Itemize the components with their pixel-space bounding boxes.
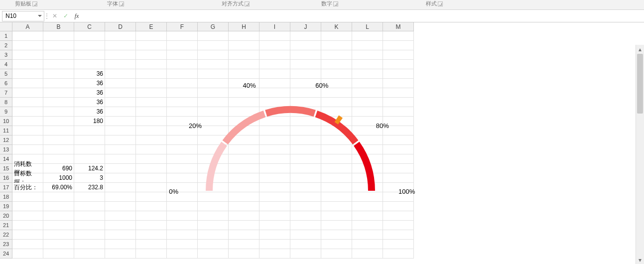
- column-header-H[interactable]: H: [229, 22, 259, 31]
- cell-F24[interactable]: [167, 249, 198, 259]
- cell-H11[interactable]: [229, 126, 259, 135]
- row-header-16[interactable]: 16: [0, 173, 12, 183]
- row-header-1[interactable]: 1: [0, 31, 12, 41]
- cell-J1[interactable]: [290, 31, 321, 41]
- cell-D3[interactable]: [105, 50, 136, 60]
- cell-I16[interactable]: [259, 173, 290, 183]
- cell-D23[interactable]: [105, 240, 136, 249]
- cell-B7[interactable]: [43, 88, 74, 98]
- cell-L22[interactable]: [352, 230, 383, 240]
- cell-L13[interactable]: [352, 145, 383, 154]
- cell-G8[interactable]: [198, 98, 229, 107]
- cell-K23[interactable]: [321, 240, 352, 249]
- column-header-D[interactable]: D: [105, 22, 136, 31]
- cell-G1[interactable]: [198, 31, 229, 41]
- cell-D24[interactable]: [105, 249, 136, 259]
- fx-button[interactable]: fx: [71, 11, 82, 21]
- cell-K19[interactable]: [321, 202, 352, 211]
- cell-J11[interactable]: [290, 126, 321, 135]
- cell-M10[interactable]: [383, 117, 414, 126]
- cell-K3[interactable]: [321, 50, 352, 60]
- cell-E24[interactable]: [136, 249, 167, 259]
- cell-I2[interactable]: [259, 41, 290, 50]
- cell-F21[interactable]: [167, 221, 198, 230]
- cell-D12[interactable]: [105, 135, 136, 145]
- cell-F9[interactable]: [167, 107, 198, 117]
- cell-K8[interactable]: [321, 98, 352, 107]
- formula-input[interactable]: [82, 11, 644, 21]
- dialog-launcher-icon[interactable]: [333, 1, 338, 6]
- cell-C3[interactable]: [74, 50, 105, 60]
- cell-L3[interactable]: [352, 50, 383, 60]
- cell-G7[interactable]: [198, 88, 229, 98]
- cell-I17[interactable]: [259, 183, 290, 192]
- cell-grid[interactable]: 3636363636180消耗数据：690124.2目标数据：10003百分比：…: [12, 31, 414, 259]
- cell-G15[interactable]: [198, 164, 229, 173]
- scrollbar-thumb[interactable]: [637, 54, 643, 114]
- cell-B11[interactable]: [43, 126, 74, 135]
- cell-K4[interactable]: [321, 60, 352, 69]
- cell-I4[interactable]: [259, 60, 290, 69]
- cell-I18[interactable]: [259, 192, 290, 202]
- cell-C21[interactable]: [74, 221, 105, 230]
- cell-H2[interactable]: [229, 41, 259, 50]
- cell-H15[interactable]: [229, 164, 259, 173]
- cell-D6[interactable]: [105, 79, 136, 88]
- cell-F14[interactable]: [167, 154, 198, 164]
- cell-L21[interactable]: [352, 221, 383, 230]
- cell-B12[interactable]: [43, 135, 74, 145]
- column-header-J[interactable]: J: [290, 22, 321, 31]
- cell-L17[interactable]: [352, 183, 383, 192]
- cell-B18[interactable]: [43, 192, 74, 202]
- cell-A22[interactable]: [12, 230, 43, 240]
- cell-F11[interactable]: [167, 126, 198, 135]
- cell-K5[interactable]: [321, 69, 352, 79]
- cell-F7[interactable]: [167, 88, 198, 98]
- cell-J12[interactable]: [290, 135, 321, 145]
- cell-B17[interactable]: 69.00%: [43, 183, 74, 192]
- cell-F18[interactable]: [167, 192, 198, 202]
- cell-B14[interactable]: [43, 154, 74, 164]
- cell-K15[interactable]: [321, 164, 352, 173]
- cell-I10[interactable]: [259, 117, 290, 126]
- cell-M15[interactable]: [383, 164, 414, 173]
- cell-E3[interactable]: [136, 50, 167, 60]
- cell-M6[interactable]: [383, 79, 414, 88]
- cell-C2[interactable]: [74, 41, 105, 50]
- cell-C5[interactable]: 36: [74, 69, 105, 79]
- cell-F4[interactable]: [167, 60, 198, 69]
- cell-E23[interactable]: [136, 240, 167, 249]
- cell-I9[interactable]: [259, 107, 290, 117]
- cell-L10[interactable]: [352, 117, 383, 126]
- cell-H10[interactable]: [229, 117, 259, 126]
- cell-J20[interactable]: [290, 211, 321, 221]
- cell-E8[interactable]: [136, 98, 167, 107]
- row-header-18[interactable]: 18: [0, 192, 12, 202]
- cell-L19[interactable]: [352, 202, 383, 211]
- cell-C22[interactable]: [74, 230, 105, 240]
- cell-F22[interactable]: [167, 230, 198, 240]
- cell-C8[interactable]: 36: [74, 98, 105, 107]
- cell-F16[interactable]: [167, 173, 198, 183]
- cell-E21[interactable]: [136, 221, 167, 230]
- cell-C15[interactable]: 124.2: [74, 164, 105, 173]
- cell-G22[interactable]: [198, 230, 229, 240]
- cell-A20[interactable]: [12, 211, 43, 221]
- confirm-button[interactable]: ✓: [60, 11, 71, 21]
- cell-C14[interactable]: [74, 154, 105, 164]
- cell-D18[interactable]: [105, 192, 136, 202]
- cell-A16[interactable]: 目标数据：: [12, 173, 43, 183]
- cell-D13[interactable]: [105, 145, 136, 154]
- cell-J24[interactable]: [290, 249, 321, 259]
- cell-D16[interactable]: [105, 173, 136, 183]
- cell-A21[interactable]: [12, 221, 43, 230]
- cell-I14[interactable]: [259, 154, 290, 164]
- cell-A9[interactable]: [12, 107, 43, 117]
- cell-J14[interactable]: [290, 154, 321, 164]
- cell-E14[interactable]: [136, 154, 167, 164]
- column-header-F[interactable]: F: [167, 22, 198, 31]
- row-header-17[interactable]: 17: [0, 183, 12, 192]
- row-headers[interactable]: 123456789101112131415161718192021222324: [0, 31, 12, 259]
- cell-M23[interactable]: [383, 240, 414, 249]
- cell-I7[interactable]: [259, 88, 290, 98]
